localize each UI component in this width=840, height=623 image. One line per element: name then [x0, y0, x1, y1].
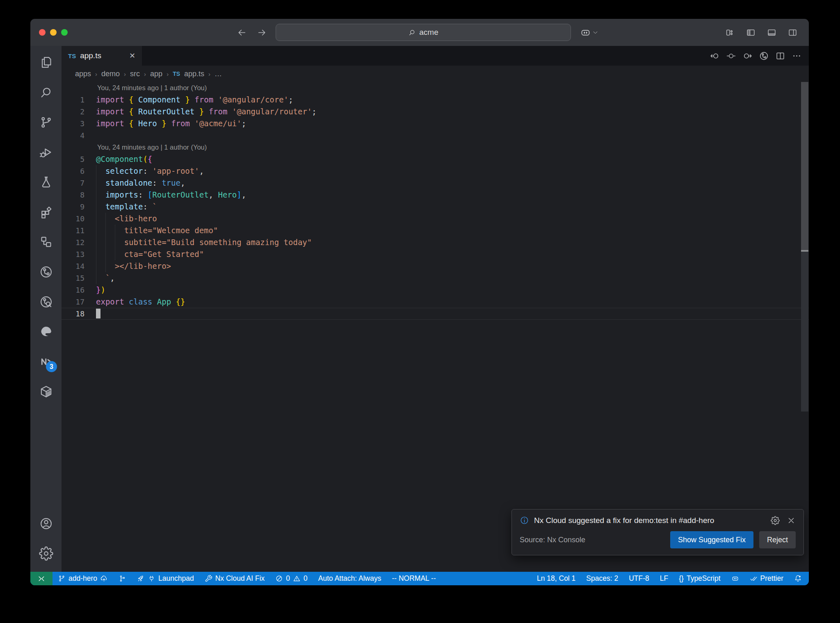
code-line-14: 14 ></lib-hero> — [62, 260, 809, 272]
activity-item-source-control[interactable] — [30, 107, 62, 137]
activity-item-extensions[interactable] — [30, 197, 62, 227]
panel-right-button[interactable] — [786, 26, 799, 39]
scrollbar-thumb[interactable] — [801, 82, 808, 250]
tab-bar: TS app.ts ✕ — [62, 46, 809, 66]
layout-customize-button[interactable] — [724, 26, 736, 39]
nav-location-button[interactable] — [725, 50, 737, 62]
activity-item-project-structure[interactable] — [30, 227, 62, 257]
tab-close-icon[interactable]: ✕ — [129, 51, 135, 60]
indent-guide — [96, 248, 96, 260]
search-icon — [39, 85, 53, 100]
status-prettier-label: Prettier — [760, 574, 783, 583]
more-actions-icon — [792, 51, 802, 61]
panel-left-icon — [746, 27, 756, 38]
navigate-right-button[interactable] — [256, 26, 268, 39]
status-problems[interactable]: 00 — [270, 572, 313, 585]
code-line-3: 3import { Hero } from '@acme/ui'; — [62, 118, 809, 130]
status-language[interactable]: {}TypeScript — [673, 572, 726, 585]
show-suggested-fix-button[interactable]: Show Suggested Fix — [670, 531, 753, 548]
code-text: import { Hero } from '@acme/ui'; — [96, 118, 809, 130]
layout-controls — [724, 26, 799, 39]
minimize-window-button[interactable] — [50, 29, 57, 36]
code-line-12: 12 subtitle="Build something amazing tod… — [62, 236, 809, 248]
status-indentation[interactable]: Spaces: 2 — [581, 572, 623, 585]
status-branch-sync[interactable]: add-hero — [52, 572, 113, 585]
activity-item-run-debug[interactable] — [30, 137, 62, 167]
line-number: 4 — [62, 130, 96, 141]
navigate-left-button[interactable] — [235, 26, 248, 39]
typescript-file-icon: TS — [173, 70, 180, 77]
code-text: `, — [96, 272, 809, 284]
status-branch-sync-label: add-hero — [68, 574, 97, 583]
status-auto-attach[interactable]: Auto Attach: Always — [313, 572, 387, 585]
close-icon[interactable] — [787, 516, 796, 525]
line-number: 18 — [62, 308, 96, 320]
status-problems-label: 0 — [286, 574, 290, 583]
editor-scrollbar[interactable] — [801, 82, 809, 572]
nav-forward-button[interactable] — [741, 50, 754, 62]
indent-guide — [96, 189, 96, 201]
code-editor[interactable]: You, 24 minutes ago | 1 author (You)1imp… — [62, 82, 809, 572]
breadcrumb: apps›demo›src›app›TSapp.ts›… — [62, 66, 809, 82]
line-number: 5 — [62, 153, 96, 165]
split-editor-button[interactable] — [774, 50, 787, 62]
nav-back-icon — [710, 51, 720, 61]
activity-item-gitlens[interactable] — [30, 257, 62, 287]
indent-guide — [105, 213, 106, 225]
remote-indicator[interactable] — [30, 572, 52, 585]
activity-item-gitlens-inspect[interactable] — [30, 287, 62, 317]
status-vim-mode-label: -- NORMAL -- — [392, 574, 436, 583]
copilot-menu[interactable] — [580, 27, 598, 38]
activity-item-nx-console[interactable]: 3 — [30, 347, 62, 377]
status-language-label: {} — [679, 574, 684, 583]
error-icon — [275, 575, 283, 582]
panel-left-button[interactable] — [744, 26, 757, 39]
status-cursor-position[interactable]: Ln 18, Col 1 — [532, 572, 581, 585]
status-commit-graph[interactable] — [113, 572, 132, 585]
breadcrumb-item-src[interactable]: src — [130, 70, 140, 78]
activity-item-testing[interactable] — [30, 167, 62, 197]
command-center-search[interactable]: acme — [276, 24, 571, 41]
breadcrumb-item-apps[interactable]: apps — [75, 70, 91, 78]
line-number: 12 — [62, 236, 96, 248]
status-prettier[interactable]: Prettier — [744, 572, 789, 585]
status-eol[interactable]: LF — [655, 572, 673, 585]
tab-app-ts[interactable]: TS app.ts ✕ — [62, 46, 142, 66]
close-window-button[interactable] — [39, 29, 46, 36]
nav-back-button[interactable] — [708, 50, 721, 62]
activity-item-search[interactable] — [30, 77, 62, 107]
chevron-right-icon: › — [167, 70, 169, 77]
activity-item-settings[interactable] — [30, 539, 62, 568]
breadcrumb-item-demo[interactable]: demo — [101, 70, 120, 78]
activity-item-containers[interactable] — [30, 377, 62, 407]
status-encoding[interactable]: UTF-8 — [623, 572, 655, 585]
status-copilot[interactable] — [726, 572, 744, 585]
panel-bottom-button[interactable] — [765, 26, 778, 39]
activity-item-edge-browser[interactable] — [30, 317, 62, 347]
status-launchpad[interactable]: Launchpad — [132, 572, 199, 585]
line-number: 9 — [62, 201, 96, 213]
breadcrumb-item-file[interactable]: app.ts — [184, 70, 204, 78]
check-double-icon — [750, 575, 758, 582]
line-number: 8 — [62, 189, 96, 201]
indent-guide — [96, 225, 96, 236]
status-nx-cloud-ai-fix[interactable]: Nx Cloud AI Fix — [199, 572, 270, 585]
status-notifications[interactable] — [789, 572, 807, 585]
search-icon — [408, 29, 416, 36]
code-text: imports: [RouterOutlet, Hero], — [96, 189, 809, 201]
maximize-window-button[interactable] — [61, 29, 68, 36]
diagram-icon — [39, 235, 53, 249]
breadcrumb-overflow[interactable]: … — [215, 70, 222, 78]
line-number: 16 — [62, 284, 96, 296]
code-text: title="Welcmoe demo" — [96, 225, 809, 236]
remote-icon — [37, 575, 46, 583]
reject-button[interactable]: Reject — [759, 531, 796, 548]
gitlens-graph-button[interactable] — [758, 50, 770, 62]
status-encoding-label: UTF-8 — [629, 574, 649, 583]
breadcrumb-item-app[interactable]: app — [150, 70, 162, 78]
activity-item-accounts[interactable] — [30, 509, 62, 539]
more-actions-button[interactable] — [790, 50, 803, 62]
activity-item-explorer[interactable] — [30, 48, 62, 77]
status-vim-mode[interactable]: -- NORMAL -- — [386, 572, 441, 585]
gear-icon[interactable] — [771, 516, 780, 525]
